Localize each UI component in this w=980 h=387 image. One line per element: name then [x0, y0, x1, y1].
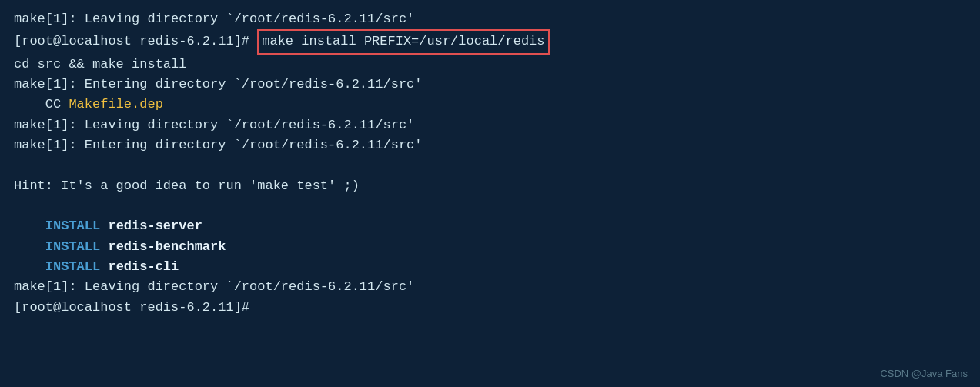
terminal-line-6: make[1]: Leaving directory `/root/redis-…	[14, 115, 966, 135]
blank-line-2	[14, 196, 966, 216]
watermark: CSDN @Java Fans	[880, 368, 968, 379]
terminal-line-3: cd src && make install	[14, 55, 966, 75]
terminal-line-10: INSTALL redis-benchmark	[14, 237, 966, 257]
terminal-line-11: INSTALL redis-cli	[14, 257, 966, 277]
terminal-line-13: [root@localhost redis-6.2.11]#	[14, 298, 966, 318]
terminal-line-8: Hint: It's a good idea to run 'make test…	[14, 176, 966, 196]
terminal-line-4: make[1]: Entering directory `/root/redis…	[14, 75, 966, 95]
line6-text: make[1]: Leaving directory `/root/redis-…	[14, 115, 414, 135]
blank-line-1	[14, 155, 966, 175]
line10-indent	[14, 237, 45, 257]
terminal-line-12: make[1]: Leaving directory `/root/redis-…	[14, 277, 966, 297]
line13-prompt: [root@localhost redis-6.2.11]#	[14, 298, 257, 318]
line1-text: make[1]: Leaving directory `/root/redis-…	[14, 9, 414, 29]
terminal-line-7: make[1]: Entering directory `/root/redis…	[14, 135, 966, 155]
line5-cc: CC	[14, 95, 69, 115]
terminal-line-1: make[1]: Leaving directory `/root/redis-…	[14, 9, 966, 29]
line12-text: make[1]: Leaving directory `/root/redis-…	[14, 277, 414, 297]
line11-cli: redis-cli	[100, 257, 179, 277]
line3-text: cd src && make install	[14, 55, 186, 75]
line10-benchmark: redis-benchmark	[100, 237, 226, 257]
line11-install: INSTALL	[45, 257, 100, 277]
line9-indent	[14, 216, 45, 236]
line8-text: Hint: It's a good idea to run 'make test…	[14, 176, 360, 196]
line9-install: INSTALL	[45, 216, 100, 236]
line10-install: INSTALL	[45, 237, 100, 257]
line4-text: make[1]: Entering directory `/root/redis…	[14, 75, 423, 95]
line2-prompt: [root@localhost redis-6.2.11]#	[14, 32, 257, 52]
terminal-line-9: INSTALL redis-server	[14, 216, 966, 236]
line7-text: make[1]: Entering directory `/root/redis…	[14, 135, 423, 155]
terminal-line-5: CC Makefile.dep	[14, 95, 966, 115]
terminal: make[1]: Leaving directory `/root/redis-…	[0, 0, 980, 387]
terminal-line-2: [root@localhost redis-6.2.11]# make inst…	[14, 29, 966, 54]
line2-command-boxed: make install PREFIX=/usr/local/redis	[257, 29, 549, 54]
line11-indent	[14, 257, 45, 277]
line9-server: redis-server	[100, 216, 202, 236]
line5-makefile: Makefile.dep	[69, 95, 162, 115]
